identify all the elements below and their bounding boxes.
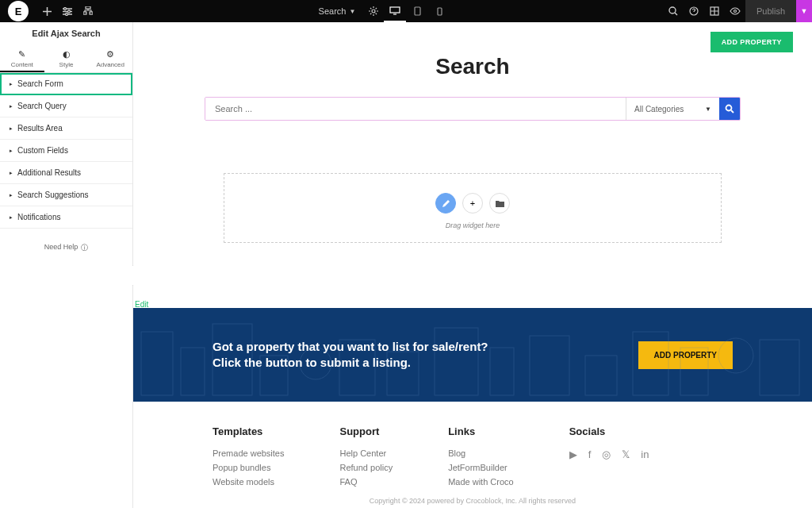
svg-rect-17 <box>213 324 252 395</box>
footer-link[interactable]: Premade websites <box>213 448 285 458</box>
section-search-query[interactable]: ▸Search Query <box>0 95 132 117</box>
svg-rect-9 <box>438 8 442 15</box>
device-tablet[interactable] <box>406 0 428 22</box>
section-additional-results[interactable]: ▸Additional Results <box>0 162 132 184</box>
svg-rect-16 <box>181 348 205 395</box>
drop-zone-hint: Drag widget here <box>224 221 721 229</box>
footer-link[interactable]: Help Center <box>340 448 393 458</box>
publish-button[interactable]: Publish <box>745 0 796 22</box>
svg-rect-18 <box>260 356 288 395</box>
svg-rect-8 <box>415 7 420 15</box>
categories-select[interactable]: All Categories ▼ <box>626 98 719 120</box>
search-submit-button[interactable] <box>719 98 740 120</box>
gear-icon: ⚙ <box>88 49 132 60</box>
help-icon[interactable] <box>684 0 704 22</box>
plus-icon: + <box>470 198 475 208</box>
svg-rect-21 <box>387 352 419 395</box>
instagram-icon[interactable]: ◎ <box>602 448 611 460</box>
section-notifications[interactable]: ▸Notifications <box>0 206 132 229</box>
add-widget-button[interactable]: + <box>462 193 483 214</box>
section-results-area[interactable]: ▸Results Area <box>0 117 132 140</box>
svg-rect-22 <box>435 328 478 395</box>
chevron-down-icon: ▼ <box>705 106 711 113</box>
settings-sliders-icon[interactable] <box>57 0 78 22</box>
search-input[interactable] <box>205 98 626 120</box>
widget-drop-zone[interactable]: + Drag widget here <box>224 173 722 243</box>
section-custom-fields[interactable]: ▸Custom Fields <box>0 140 132 162</box>
device-mobile[interactable] <box>428 0 450 22</box>
pencil-icon: ✎ <box>0 49 44 60</box>
svg-rect-20 <box>339 340 375 395</box>
add-icon[interactable] <box>36 0 57 22</box>
footer-col-support: Support Help Center Refund policy FAQ <box>340 425 393 491</box>
svg-rect-7 <box>390 7 400 13</box>
whats-new-icon[interactable] <box>704 0 725 22</box>
footer-heading: Socials <box>569 425 649 437</box>
topbar: E Search ▼ Publish ▼ <box>0 0 812 22</box>
caret-right-icon: ▸ <box>10 125 13 132</box>
preview-icon[interactable] <box>725 0 745 22</box>
help-circle-icon: ⓘ <box>81 243 88 253</box>
footer-col-socials: Socials ▶ f ◎ 𝕏 in <box>569 425 649 491</box>
caret-right-icon: ▸ <box>10 81 13 87</box>
svg-point-0 <box>64 7 67 10</box>
footer-link[interactable]: Made with Croco <box>448 477 514 487</box>
device-desktop[interactable] <box>384 0 406 22</box>
style-icon: ◐ <box>44 49 89 60</box>
linkedin-icon[interactable]: in <box>641 448 649 460</box>
svg-point-6 <box>372 10 375 13</box>
svg-rect-25 <box>585 356 617 395</box>
ajax-search-widget: All Categories ▼ <box>205 97 741 121</box>
edit-section-button[interactable] <box>435 193 456 214</box>
tab-style[interactable]: ◐Style <box>44 44 89 72</box>
structure-icon[interactable] <box>78 0 98 22</box>
topbar-left: E <box>0 0 98 22</box>
tab-content[interactable]: ✎Content <box>0 44 44 72</box>
footer-link[interactable]: Refund policy <box>340 463 393 472</box>
footer-heading: Templates <box>213 425 285 437</box>
footer-link[interactable]: Popup bundles <box>213 463 285 472</box>
section-search-suggestions[interactable]: ▸Search Suggestions <box>0 184 132 206</box>
page-settings-icon[interactable] <box>363 0 384 22</box>
topbar-right: Publish ▼ <box>663 0 812 22</box>
svg-rect-26 <box>633 332 668 395</box>
finder-search-icon[interactable] <box>663 0 684 22</box>
need-help-link[interactable]: Need Helpⓘ <box>0 229 132 267</box>
svg-point-13 <box>733 10 736 13</box>
facebook-icon[interactable]: f <box>588 448 592 460</box>
svg-rect-29 <box>760 340 799 395</box>
page-search-label: Search <box>319 6 347 16</box>
panel-title: Edit Ajax Search <box>0 22 132 44</box>
svg-rect-24 <box>530 336 569 395</box>
section-search-form[interactable]: ▸Search Form <box>0 73 132 95</box>
svg-point-2 <box>66 13 68 15</box>
twitter-icon[interactable]: 𝕏 <box>622 448 630 460</box>
publish-options-toggle[interactable]: ▼ <box>796 0 812 22</box>
caret-right-icon: ▸ <box>10 214 13 221</box>
svg-point-28 <box>718 338 753 373</box>
folder-icon <box>496 200 504 207</box>
city-skyline-decoration <box>133 308 812 402</box>
footer-link[interactable]: Website models <box>213 477 285 487</box>
caret-right-icon: ▸ <box>10 148 13 154</box>
svg-rect-15 <box>141 332 173 395</box>
svg-rect-5 <box>90 12 93 14</box>
elementor-logo[interactable]: E <box>8 1 29 21</box>
footer-link[interactable]: JetFormBuilder <box>448 463 514 472</box>
tab-advanced[interactable]: ⚙Advanced <box>88 44 132 72</box>
svg-point-1 <box>68 10 71 13</box>
footer-col-links: Links Blog JetFormBuilder Made with Croc… <box>448 425 514 491</box>
template-library-button[interactable] <box>489 193 510 214</box>
youtube-icon[interactable]: ▶ <box>569 448 577 460</box>
topbar-mid: Search ▼ <box>311 0 451 22</box>
drop-zone-actions: + <box>224 193 721 214</box>
site-footer: Templates Premade websites Popup bundles… <box>133 402 812 491</box>
page-search-dropdown[interactable]: Search ▼ <box>311 0 364 22</box>
svg-point-10 <box>669 7 676 13</box>
footer-link[interactable]: Blog <box>448 448 514 458</box>
svg-point-14 <box>726 106 732 111</box>
footer-link[interactable]: FAQ <box>340 477 393 487</box>
svg-rect-3 <box>86 6 90 9</box>
add-property-header-button[interactable]: ADD PROPERTY <box>710 32 793 52</box>
chevron-down-icon: ▼ <box>349 8 355 15</box>
